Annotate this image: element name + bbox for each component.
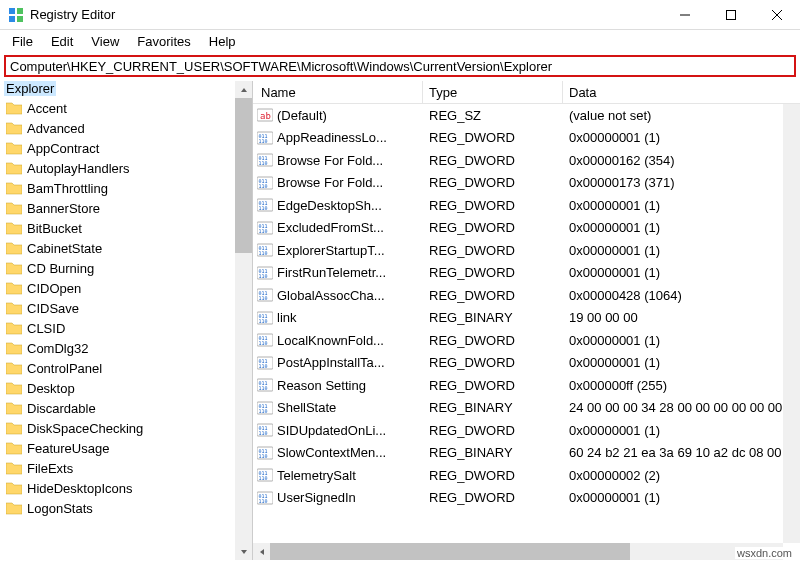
value-type: REG_SZ [429, 108, 481, 123]
value-row[interactable]: ShellStateREG_BINARY24 00 00 00 34 28 00… [253, 397, 800, 420]
tree-item[interactable]: FeatureUsage [0, 438, 252, 458]
tree-item[interactable]: Desktop [0, 378, 252, 398]
binary-value-icon [257, 377, 273, 393]
folder-icon [6, 101, 22, 115]
value-row[interactable]: Reason SettingREG_DWORD0x000000ff (255) [253, 374, 800, 397]
tree-item[interactable]: ComDlg32 [0, 338, 252, 358]
menu-file[interactable]: File [4, 32, 41, 51]
address-bar[interactable]: Computer\HKEY_CURRENT_USER\SOFTWARE\Micr… [4, 55, 796, 77]
tree-panel[interactable]: Explorer AccentAdvancedAppContractAutopl… [0, 81, 253, 560]
scroll-left-button[interactable] [253, 543, 270, 560]
column-name[interactable]: Name [253, 81, 423, 103]
folder-icon [6, 221, 22, 235]
value-row[interactable]: TelemetrySaltREG_DWORD0x00000002 (2) [253, 464, 800, 487]
value-row[interactable]: ExplorerStartupT...REG_DWORD0x00000001 (… [253, 239, 800, 262]
tree-item[interactable]: BamThrottling [0, 178, 252, 198]
maximize-button[interactable] [708, 0, 754, 30]
tree-item[interactable]: Advanced [0, 118, 252, 138]
tree-selected-node[interactable]: Explorer [4, 81, 56, 96]
string-value-icon [257, 107, 273, 123]
values-vscrollbar[interactable] [783, 104, 800, 543]
value-row[interactable]: SIDUpdatedOnLi...REG_DWORD0x00000001 (1) [253, 419, 800, 442]
value-data: 24 00 00 00 34 28 00 00 00 00 00 00 00 0… [569, 400, 800, 415]
folder-icon [6, 461, 22, 475]
value-data: 0x00000001 (1) [569, 130, 660, 145]
value-row[interactable]: SlowContextMen...REG_BINARY60 24 b2 21 e… [253, 442, 800, 465]
tree-item[interactable]: CIDSave [0, 298, 252, 318]
tree-item[interactable]: LogonStats [0, 498, 252, 518]
value-name: SIDUpdatedOnLi... [277, 423, 386, 438]
scroll-down-button[interactable] [235, 543, 252, 560]
value-name: UserSignedIn [277, 490, 356, 505]
value-name: SlowContextMen... [277, 445, 386, 460]
tree-item[interactable]: BannerStore [0, 198, 252, 218]
tree-item-label: CIDSave [27, 301, 79, 316]
tree-item-label: BitBucket [27, 221, 82, 236]
value-row[interactable]: EdgeDesktopSh...REG_DWORD0x00000001 (1) [253, 194, 800, 217]
tree-item-label: ComDlg32 [27, 341, 88, 356]
folder-icon [6, 421, 22, 435]
menubar: File Edit View Favorites Help [0, 30, 800, 52]
tree-item[interactable]: CD Burning [0, 258, 252, 278]
tree-item[interactable]: AppContract [0, 138, 252, 158]
value-row[interactable]: GlobalAssocCha...REG_DWORD0x00000428 (10… [253, 284, 800, 307]
values-panel[interactable]: Name Type Data (Default)REG_SZ(value not… [253, 81, 800, 560]
value-row[interactable]: FirstRunTelemetr...REG_DWORD0x00000001 (… [253, 262, 800, 285]
value-data: 0x00000001 (1) [569, 355, 660, 370]
tree-item[interactable]: DiskSpaceChecking [0, 418, 252, 438]
menu-help[interactable]: Help [201, 32, 244, 51]
menu-view[interactable]: View [83, 32, 127, 51]
value-row[interactable]: UserSignedInREG_DWORD0x00000001 (1) [253, 487, 800, 510]
column-type[interactable]: Type [423, 81, 563, 103]
tree-item[interactable]: ControlPanel [0, 358, 252, 378]
menu-edit[interactable]: Edit [43, 32, 81, 51]
close-button[interactable] [754, 0, 800, 30]
svg-rect-11 [727, 10, 736, 19]
tree-item[interactable]: Discardable [0, 398, 252, 418]
value-row[interactable]: PostAppInstallTa...REG_DWORD0x00000001 (… [253, 352, 800, 375]
value-type: REG_BINARY [429, 400, 513, 415]
tree-item[interactable]: CIDOpen [0, 278, 252, 298]
binary-value-icon [257, 422, 273, 438]
value-row[interactable]: Browse For Fold...REG_DWORD0x00000173 (3… [253, 172, 800, 195]
folder-icon [6, 261, 22, 275]
tree-item-label: BamThrottling [27, 181, 108, 196]
folder-icon [6, 481, 22, 495]
value-name: link [277, 310, 297, 325]
tree-item[interactable]: BitBucket [0, 218, 252, 238]
hscroll-thumb[interactable] [270, 543, 630, 560]
menu-favorites[interactable]: Favorites [129, 32, 198, 51]
binary-value-icon [257, 332, 273, 348]
minimize-button[interactable] [662, 0, 708, 30]
tree-item[interactable]: FileExts [0, 458, 252, 478]
app-icon [8, 7, 24, 23]
tree-item[interactable]: CabinetState [0, 238, 252, 258]
value-row[interactable]: (Default)REG_SZ(value not set) [253, 104, 800, 127]
tree-item[interactable]: Accent [0, 98, 252, 118]
tree-item-label: FileExts [27, 461, 73, 476]
tree-item-label: CabinetState [27, 241, 102, 256]
value-type: REG_DWORD [429, 130, 515, 145]
tree-item[interactable]: CLSID [0, 318, 252, 338]
value-row[interactable]: AppReadinessLo...REG_DWORD0x00000001 (1) [253, 127, 800, 150]
value-type: REG_DWORD [429, 288, 515, 303]
column-data[interactable]: Data [563, 81, 800, 103]
binary-value-icon [257, 490, 273, 506]
values-hscrollbar[interactable] [253, 543, 783, 560]
tree-item-label: ControlPanel [27, 361, 102, 376]
value-row[interactable]: LocalKnownFold...REG_DWORD0x00000001 (1) [253, 329, 800, 352]
value-data: 0x000000ff (255) [569, 378, 667, 393]
tree-item[interactable]: AutoplayHandlers [0, 158, 252, 178]
tree-item[interactable]: HideDesktopIcons [0, 478, 252, 498]
tree-scrollbar[interactable] [235, 81, 252, 560]
scroll-thumb[interactable] [235, 98, 252, 253]
value-row[interactable]: ExcludedFromSt...REG_DWORD0x00000001 (1) [253, 217, 800, 240]
folder-icon [6, 201, 22, 215]
value-row[interactable]: Browse For Fold...REG_DWORD0x00000162 (3… [253, 149, 800, 172]
value-row[interactable]: linkREG_BINARY19 00 00 00 [253, 307, 800, 330]
tree-item-label: CIDOpen [27, 281, 81, 296]
value-data: 0x00000001 (1) [569, 333, 660, 348]
binary-value-icon [257, 220, 273, 236]
tree-item-label: AutoplayHandlers [27, 161, 130, 176]
scroll-up-button[interactable] [235, 81, 252, 98]
